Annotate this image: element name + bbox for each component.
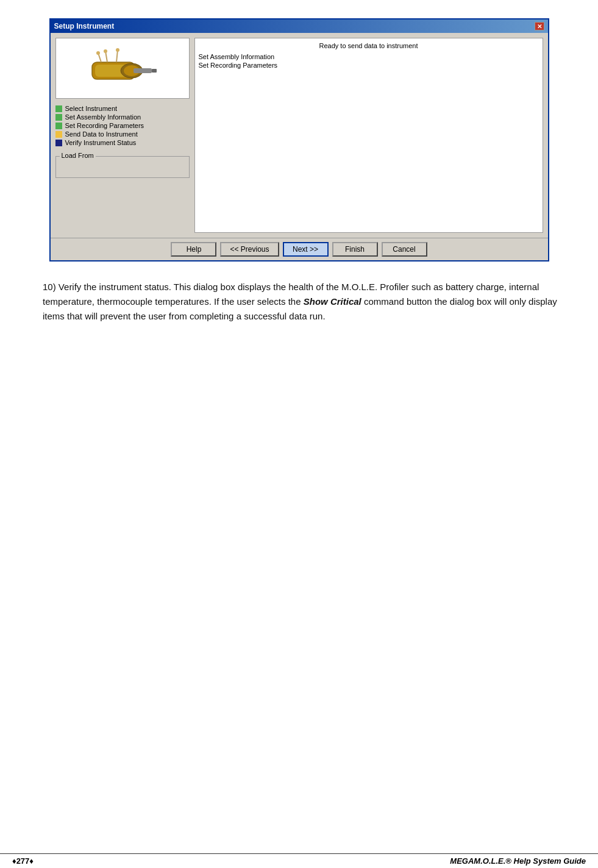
previous-button[interactable]: << Previous [220, 242, 279, 257]
page-wrapper: Setup Instrument ✕ [0, 0, 598, 868]
step-dot-4 [55, 131, 62, 138]
step-dot-1 [55, 105, 62, 112]
step-item-5: Verify Instrument Status [55, 139, 190, 146]
step-label-1: Select Instrument [65, 105, 118, 112]
left-panel: Select Instrument Set Assembly Informati… [55, 38, 190, 233]
step-dot-5 [55, 140, 62, 146]
step-label-4: Send Data to Instrument [65, 130, 138, 138]
step-item-2: Set Assembly Information [55, 113, 190, 121]
instrument-icon [86, 44, 159, 93]
status-item-2: Set Recording Parameters [199, 62, 539, 69]
bold-italic-text: Show Critical [304, 296, 361, 307]
close-button[interactable]: ✕ [535, 22, 544, 30]
dialog-titlebar: Setup Instrument ✕ [51, 20, 548, 33]
next-button[interactable]: Next >> [283, 242, 329, 257]
cancel-button[interactable]: Cancel [382, 242, 427, 257]
status-area: Ready to send data to instrument Set Ass… [194, 38, 543, 233]
step-dot-2 [55, 114, 62, 121]
main-body-text: 10) Verify the instrument status. This d… [43, 280, 568, 324]
finish-button[interactable]: Finish [332, 242, 378, 257]
instrument-image-box [55, 38, 190, 99]
right-panel: Ready to send data to instrument Set Ass… [194, 38, 543, 233]
step-label-3: Set Recording Parameters [65, 122, 144, 129]
svg-line-6 [116, 50, 118, 62]
step-item-3: Set Recording Parameters [55, 122, 190, 129]
dialog-body: Select Instrument Set Assembly Informati… [51, 33, 548, 238]
status-items: Set Assembly Information Set Recording P… [199, 53, 539, 69]
svg-rect-11 [152, 69, 157, 73]
footer: ♦277♦ MEGAM.O.L.E.® Help System Guide [0, 853, 598, 868]
setup-instrument-dialog: Setup Instrument ✕ [49, 18, 549, 261]
status-item-1: Set Assembly Information [199, 53, 539, 60]
step-label-5: Verify Instrument Status [65, 139, 137, 146]
help-button[interactable]: Help [171, 242, 216, 257]
step-item-4: Send Data to Instrument [55, 130, 190, 138]
svg-point-7 [96, 51, 100, 55]
load-from-legend: Load From [60, 152, 96, 159]
status-title: Ready to send data to instrument [199, 42, 539, 49]
load-from-group: Load From [55, 156, 190, 178]
step-item-1: Select Instrument [55, 105, 190, 112]
svg-rect-10 [133, 68, 152, 73]
load-from-content [60, 163, 185, 175]
button-bar: Help << Previous Next >> Finish Cancel [51, 238, 548, 260]
svg-point-9 [116, 48, 119, 52]
step-number: 10) [43, 282, 56, 292]
footer-title: MEGAM.O.L.E.® Help System Guide [450, 856, 586, 866]
step-dot-3 [55, 123, 62, 129]
svg-point-8 [104, 49, 107, 53]
steps-list: Select Instrument Set Assembly Informati… [55, 102, 190, 149]
footer-page: ♦277♦ [12, 856, 34, 866]
dialog-title: Setup Instrument [54, 22, 115, 30]
step-label-2: Set Assembly Information [65, 113, 141, 121]
